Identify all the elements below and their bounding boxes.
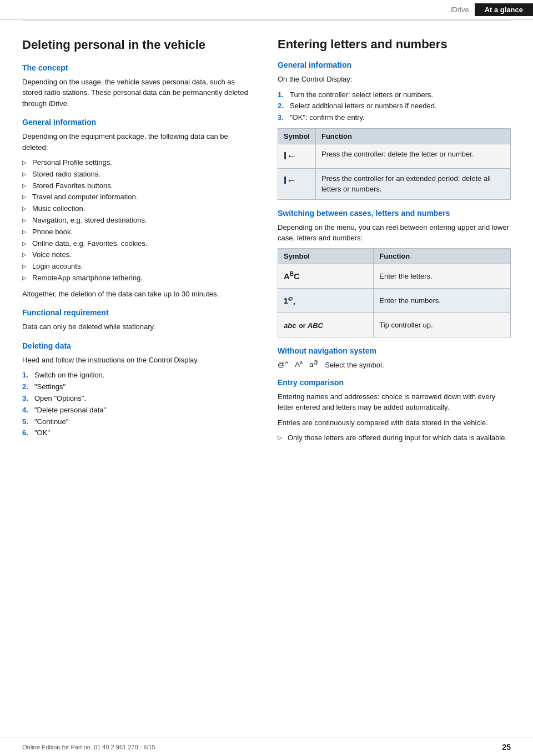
ABC-symbol: ABC	[308, 321, 323, 330]
list-item: Switch on the ignition.	[22, 370, 255, 381]
function-cell: Enter the letters.	[374, 264, 511, 288]
nav-tab-at-a-glance[interactable]: At a glance	[475, 3, 533, 16]
functional-req-heading: Functional requirement	[22, 308, 255, 317]
right-column: Entering letters and numbers General inf…	[278, 37, 511, 448]
list-item: "Delete personal data"	[22, 405, 255, 416]
left-page-title: Deleting personal in the vehicle	[22, 37, 255, 53]
list-item: Turn the controller: select letters or n…	[278, 89, 511, 101]
left-column: Deleting personal in the vehicle The con…	[22, 37, 255, 448]
symbol-col-header2: Symbol	[278, 248, 374, 264]
footer-page-number: 25	[502, 743, 511, 752]
abc-or-ABC-symbol: abc	[284, 321, 296, 330]
deleting-data-heading: Deleting data	[22, 341, 255, 350]
footer: Online Edition for Part no. 01 40 2 961 …	[0, 738, 533, 756]
symbol-A-sup: Aa	[295, 360, 303, 369]
right-general-info-intro: On the Control Display:	[278, 74, 511, 85]
nav-brand: iDrive	[445, 3, 474, 16]
footer-text: Online Edition for Part no. 01 40 2 961 …	[22, 744, 155, 750]
list-item: "Settings"	[22, 381, 255, 393]
list-item: Phone book.	[22, 226, 255, 238]
deleting-data-intro: Heed and follow the instructions on the …	[22, 355, 255, 366]
list-item: Voice notes.	[22, 249, 255, 261]
function-cell: Tip controller up.	[374, 313, 511, 337]
list-item: "OK"	[22, 427, 255, 439]
switching-table: Symbol Function ABC Enter the letters. 1…	[278, 248, 511, 337]
abc-symbol: ABC	[284, 271, 300, 281]
without-nav-symbols: @A Aa a@ Select the symbol.	[278, 360, 511, 369]
deleting-data-steps: Switch on the ignition. "Settings" Open …	[22, 370, 255, 439]
list-item: Only those letters are offered during in…	[278, 432, 511, 444]
symbol-cell-abc: ABC	[278, 264, 374, 288]
symbol-table: Symbol Function I← Press the controller:…	[278, 128, 511, 200]
general-info-body: Depending on the equipment package, the …	[22, 131, 255, 153]
list-item: Open "Options".	[22, 393, 255, 405]
concept-body: Depending on the usage, the vehicle save…	[22, 77, 255, 109]
top-navigation: iDrive At a glance	[0, 0, 533, 20]
list-item: Online data, e.g. Favorites, cookies.	[22, 238, 255, 250]
list-item: Navigation, e.g. stored destinations.	[22, 215, 255, 226]
symbol-cell: I←	[278, 168, 316, 199]
list-item: Travel and computer information.	[22, 191, 255, 203]
without-nav-select-text: Select the symbol.	[325, 361, 384, 369]
without-nav-heading: Without navigation system	[278, 346, 511, 355]
list-item: Select additional letters or numbers if …	[278, 100, 511, 112]
list-item: "OK": confirm the entry.	[278, 112, 511, 124]
switching-heading: Switching between cases, letters and num…	[278, 209, 511, 218]
content-wrapper: Deleting personal in the vehicle The con…	[0, 21, 533, 460]
list-item: Stored radio stations.	[22, 169, 255, 180]
entry-comparison-heading: Entry comparison	[278, 378, 511, 387]
functional-req-body: Data can only be deleted while stationar…	[22, 321, 255, 332]
without-nav-section: Without navigation system @A Aa a@ Selec…	[278, 346, 511, 369]
symbol-a-circle: a@	[309, 360, 318, 369]
list-item: RemoteApp smartphone tethering.	[22, 273, 255, 284]
concept-heading: The concept	[22, 63, 255, 72]
entry-comparison-list: Only those letters are offered during in…	[278, 432, 511, 444]
list-item: Music collection.	[22, 203, 255, 215]
list-item: Personal Profile settings.	[22, 157, 255, 169]
function-cell: Press the controller: delete the letter …	[315, 144, 510, 168]
table-row: ABC Enter the letters.	[278, 264, 511, 288]
general-info-heading: General information	[22, 118, 255, 127]
right-page-title: Entering letters and numbers	[278, 37, 511, 52]
symbol-cell: I←	[278, 144, 316, 168]
function-col-header: Function	[315, 128, 510, 144]
or-text: or	[299, 322, 307, 330]
list-item: "Continue"	[22, 416, 255, 428]
general-info-footer: Altogether, the deletion of the data can…	[22, 289, 255, 300]
list-item: Login accounts.	[22, 261, 255, 273]
symbol-cell-num: 1@+	[278, 288, 374, 313]
table-row: abc or ABC Tip controller up.	[278, 313, 511, 337]
symbol-at-sup: @A	[278, 360, 288, 369]
function-col-header2: Function	[374, 248, 511, 264]
symbol-col-header: Symbol	[278, 128, 316, 144]
right-general-info-steps: Turn the controller: select letters or n…	[278, 89, 511, 124]
num-symbol: 1@+	[284, 296, 296, 305]
table-row: I← Press the controller for an extended …	[278, 168, 511, 199]
entry-comparison-body2: Entries are continuously compared with d…	[278, 417, 511, 429]
list-item: Stored Favorites buttons.	[22, 180, 255, 192]
function-cell: Enter the numbers.	[374, 288, 511, 313]
table-row: 1@+ Enter the numbers.	[278, 288, 511, 313]
table-row: I← Press the controller: delete the lett…	[278, 144, 511, 168]
general-info-list: Personal Profile settings. Stored radio …	[22, 157, 255, 284]
page-container: iDrive At a glance Deleting personal in …	[0, 0, 533, 756]
function-cell: Press the controller for an extended per…	[315, 168, 510, 199]
entry-comparison-body1: Entering names and addresses: choice is …	[278, 391, 511, 413]
switching-body: Depending on the menu, you can reel betw…	[278, 222, 511, 244]
right-general-info-heading: General information	[278, 61, 511, 69]
symbol-cell-abc-or-ABC: abc or ABC	[278, 313, 374, 337]
